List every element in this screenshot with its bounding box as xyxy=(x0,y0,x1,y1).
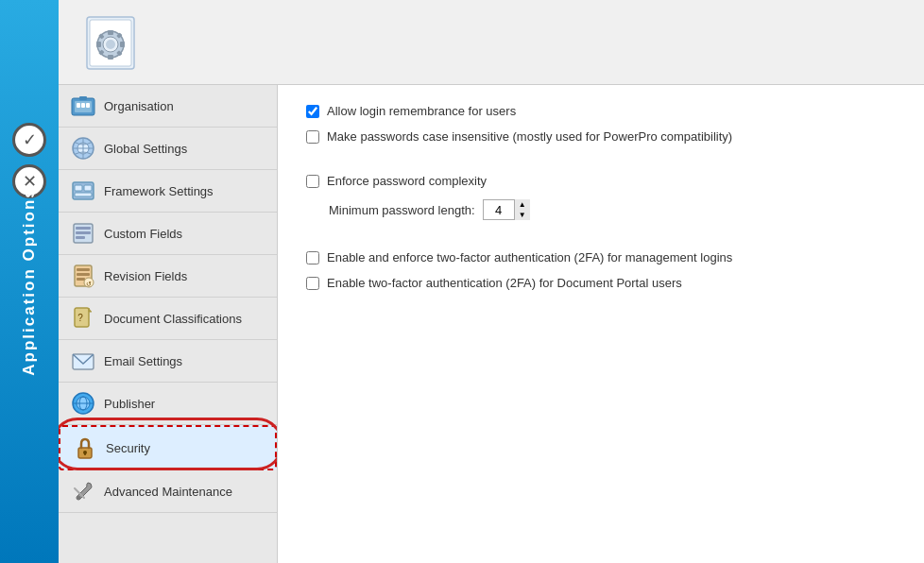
header xyxy=(59,0,924,85)
sidebar-item-custom-fields[interactable]: Custom Fields xyxy=(59,213,277,255)
spinner-up-button[interactable]: ▲ xyxy=(515,199,530,210)
enable-2fa-portal-label[interactable]: Enable two-factor authentication (2FA) f… xyxy=(327,276,682,290)
global-settings-icon xyxy=(70,135,96,162)
svg-rect-34 xyxy=(77,278,85,281)
svg-rect-5 xyxy=(108,55,113,60)
security-settings-panel: Allow login remembrance for users Make p… xyxy=(278,85,924,563)
enforce-password-complexity-label[interactable]: Enforce password complexity xyxy=(327,174,487,188)
svg-rect-24 xyxy=(75,185,82,191)
enforce-password-complexity-row: Enforce password complexity xyxy=(306,174,896,188)
svg-text:↺: ↺ xyxy=(86,281,92,287)
framework-settings-icon xyxy=(70,178,96,204)
document-classifications-icon: ? xyxy=(70,305,96,332)
custom-fields-icon xyxy=(70,220,96,247)
passwords-case-insensitive-row: Make passwords case insensitive (mostly … xyxy=(306,129,896,144)
svg-rect-29 xyxy=(76,231,91,234)
min-password-length-row: Minimum password length: 4 ▲ ▼ xyxy=(329,199,896,220)
svg-rect-6 xyxy=(96,42,101,47)
document-classifications-label: Document Classifications xyxy=(104,312,242,326)
app-title: Application Options xyxy=(20,187,39,376)
svg-text:?: ? xyxy=(77,313,83,323)
allow-login-remembrance-label[interactable]: Allow login remembrance for users xyxy=(327,104,516,118)
svg-rect-15 xyxy=(77,103,80,108)
advanced-maintenance-label: Advanced Maintenance xyxy=(104,485,232,499)
passwords-case-insensitive-label[interactable]: Make passwords case insensitive (mostly … xyxy=(327,129,732,144)
spinner-buttons: ▲ ▼ xyxy=(514,199,530,220)
svg-rect-32 xyxy=(77,268,90,271)
email-settings-icon xyxy=(70,348,96,374)
enable-2fa-management-checkbox[interactable] xyxy=(306,251,319,264)
svg-rect-25 xyxy=(84,185,92,191)
enable-2fa-management-row: Enable and enforce two-factor authentica… xyxy=(306,250,896,264)
global-settings-label: Global Settings xyxy=(104,142,187,156)
min-password-length-label: Minimum password length: xyxy=(329,203,475,217)
enable-2fa-portal-checkbox[interactable] xyxy=(306,277,319,290)
confirm-icon[interactable]: ✓ xyxy=(12,123,46,157)
revision-fields-icon: ↺ xyxy=(70,263,96,289)
svg-point-12 xyxy=(106,40,115,49)
min-password-length-input[interactable]: 4 xyxy=(484,203,514,217)
sidebar-item-organisation[interactable]: Organisation xyxy=(59,85,277,128)
organisation-icon xyxy=(70,93,96,119)
revision-fields-label: Revision Fields xyxy=(104,269,187,283)
sidebar-item-framework-settings[interactable]: Framework Settings xyxy=(59,170,277,213)
svg-rect-17 xyxy=(86,103,90,108)
custom-fields-label: Custom Fields xyxy=(104,227,182,241)
sidebar-item-email-settings[interactable]: Email Settings xyxy=(59,340,277,383)
email-settings-label: Email Settings xyxy=(104,354,182,368)
sidebar-item-revision-fields[interactable]: ↺ Revision Fields xyxy=(59,255,277,298)
svg-rect-7 xyxy=(120,42,125,47)
enable-2fa-management-label[interactable]: Enable and enforce two-factor authentica… xyxy=(327,250,732,264)
advanced-maintenance-icon xyxy=(70,478,96,504)
svg-rect-49 xyxy=(84,452,86,455)
nav-menu: Organisation Global Settings xyxy=(59,85,278,563)
allow-login-remembrance-row: Allow login remembrance for users xyxy=(306,104,896,118)
logo-container xyxy=(73,9,148,76)
spinner-down-button[interactable]: ▼ xyxy=(515,210,530,220)
allow-login-remembrance-checkbox[interactable] xyxy=(306,105,319,118)
svg-rect-28 xyxy=(76,227,91,230)
framework-settings-label: Framework Settings xyxy=(104,184,214,198)
sidebar-item-global-settings[interactable]: Global Settings xyxy=(59,128,277,170)
security-label: Security xyxy=(106,441,150,455)
main-area: Organisation Global Settings xyxy=(59,0,924,563)
app-logo xyxy=(73,9,148,76)
svg-rect-4 xyxy=(108,30,113,35)
enforce-password-complexity-checkbox[interactable] xyxy=(306,175,319,188)
sidebar-item-publisher[interactable]: Publisher xyxy=(59,383,277,425)
content-area: Organisation Global Settings xyxy=(59,85,924,563)
svg-rect-18 xyxy=(79,96,87,100)
publisher-label: Publisher xyxy=(104,397,155,411)
svg-rect-26 xyxy=(75,193,92,196)
sidebar-item-document-classifications[interactable]: ? Document Classifications xyxy=(59,298,277,340)
publisher-icon xyxy=(70,390,96,417)
svg-rect-30 xyxy=(76,236,85,239)
enable-2fa-portal-row: Enable two-factor authentication (2FA) f… xyxy=(306,276,896,290)
organisation-label: Organisation xyxy=(104,99,174,113)
min-password-length-spinner[interactable]: 4 ▲ ▼ xyxy=(483,199,530,220)
svg-point-50 xyxy=(77,496,81,500)
svg-rect-16 xyxy=(81,103,85,108)
sidebar-bar: Application Options ✓ ✕ xyxy=(0,0,59,563)
passwords-case-insensitive-checkbox[interactable] xyxy=(306,130,319,144)
sidebar-item-security[interactable]: Security xyxy=(59,425,277,470)
security-icon xyxy=(72,435,98,461)
svg-rect-33 xyxy=(77,273,90,276)
sidebar-item-advanced-maintenance[interactable]: Advanced Maintenance xyxy=(59,470,277,513)
